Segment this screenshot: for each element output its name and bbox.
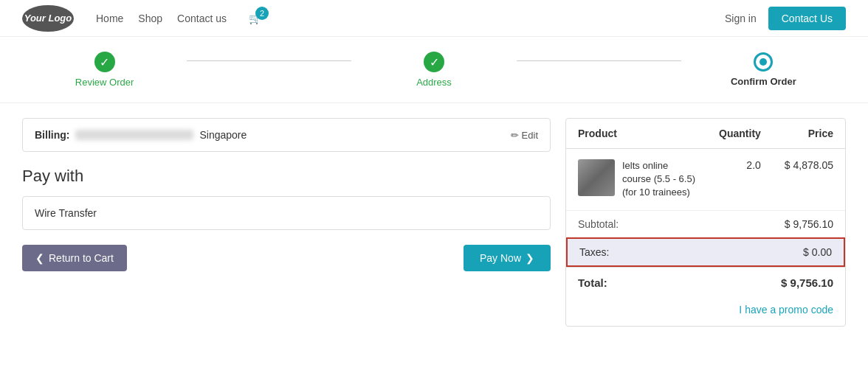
step3-label: Confirm Order [731,76,796,87]
connector-1 [187,60,351,61]
taxes-bordered-section: Taxes: $ 0.00 [566,237,845,267]
product-price: $ 4,878.05 [773,149,845,211]
nav-links: Home Shop Contact us 🛒 2 [96,13,261,24]
pay-now-button[interactable]: Pay Now ❯ [464,245,551,271]
buttons-row: ❮ Return to Cart Pay Now ❯ [22,245,551,271]
billing-label: Billing: [35,129,69,141]
step-review-order: ✓ Review Order [22,52,187,88]
product-name: Ielts online course (5.5 - 6.5) (for 10 … [622,159,695,200]
total-table: Total: $ 9,756.10 I have a promo code [566,267,845,326]
chevron-left-icon: ❮ [35,252,44,264]
chevron-right-icon: ❯ [526,252,534,264]
return-to-cart-button[interactable]: ❮ Return to Cart [22,245,127,271]
contact-us-button[interactable]: Contact Us [768,7,846,30]
col-product-header: Product [566,119,707,149]
step3-icon [754,52,773,72]
progress-bar: ✓ Review Order ✓ Address Confirm Order [0,37,868,103]
sign-in-link[interactable]: Sign in [725,13,757,24]
promo-code-link[interactable]: I have a promo code [739,304,833,316]
col-quantity-header: Quantity [707,119,773,149]
subtotal-row: Subtotal: $ 9,756.10 [566,210,845,237]
billing-row: Billing: Singapore ✏ Edit [22,118,551,152]
product-qty: 2.0 [707,149,773,211]
step2-label: Address [416,77,452,88]
product-thumb-image [578,159,615,196]
logo: Your Logo [22,5,74,32]
edit-billing-link[interactable]: ✏ Edit [511,130,538,141]
total-label: Total: [566,267,681,298]
step2-icon: ✓ [424,52,444,72]
step1-icon: ✓ [94,52,115,72]
product-row: Ielts online course (5.5 - 6.5) (for 10 … [566,149,845,211]
wire-transfer-label: Wire Transfer [35,207,97,219]
billing-blurred-address [75,130,193,140]
order-table: Product Quantity Price Ielts online cour… [566,119,845,237]
pay-with-title: Pay with [22,167,551,186]
payment-option-box: Wire Transfer [22,196,551,230]
connector-2 [517,60,681,61]
product-thumbnail [578,159,615,196]
total-row: Total: $ 9,756.10 [566,267,845,298]
nav-shop[interactable]: Shop [138,13,162,24]
cart-badge: 2 [255,7,269,20]
order-summary-panel: Product Quantity Price Ielts online cour… [565,118,846,327]
product-cell: Ielts online course (5.5 - 6.5) (for 10 … [566,149,707,211]
left-panel: Billing: Singapore ✏ Edit Pay with Wire … [22,118,551,327]
subtotal-value: $ 9,756.10 [773,210,845,237]
step-address: ✓ Address [351,52,516,88]
cart-icon[interactable]: 🛒 2 [249,13,261,24]
promo-row: I have a promo code [566,298,845,326]
main-content: Billing: Singapore ✏ Edit Pay with Wire … [0,103,868,341]
taxes-label: Taxes: [579,246,609,258]
step1-label: Review Order [75,77,134,88]
step-confirm-order: Confirm Order [681,52,846,87]
col-price-header: Price [773,119,845,149]
logo-area: Your Logo [22,5,74,32]
taxes-value: $ 0.00 [803,246,832,258]
subtotal-label: Subtotal: [566,210,773,237]
nav-home[interactable]: Home [96,13,123,24]
header: Your Logo Home Shop Contact us 🛒 2 Sign … [0,0,868,37]
billing-country: Singapore [199,129,247,141]
header-right: Sign in Contact Us [725,7,846,30]
total-value: $ 9,756.10 [681,267,845,298]
edit-icon: ✏ [511,130,519,141]
nav-contact[interactable]: Contact us [177,13,227,24]
taxes-row: Taxes: $ 0.00 [568,239,844,265]
